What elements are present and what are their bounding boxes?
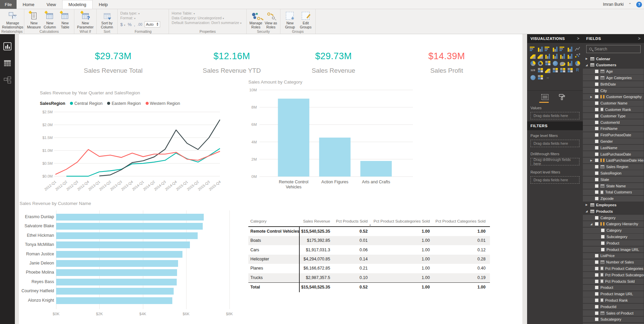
report-view-button[interactable]	[3, 42, 11, 50]
field-checkbox[interactable]	[595, 273, 598, 277]
data-bar[interactable]	[56, 214, 204, 221]
card-icon[interactable]: 123	[530, 67, 536, 73]
field-item-customers[interactable]: ◢Customers	[583, 62, 644, 68]
sort-by-column-button[interactable]: Sort by Column	[99, 10, 115, 29]
table-cell[interactable]: 0.52	[337, 229, 368, 234]
table-cell[interactable]: $175,392.85	[299, 238, 330, 243]
kpi-card-sales-profit[interactable]: $14.39MSales Profit	[393, 51, 501, 74]
filled-map-icon[interactable]	[560, 60, 566, 66]
field-item-product[interactable]: Product	[583, 285, 644, 291]
field-item-customer-rank[interactable]: Customer Rank	[583, 107, 644, 112]
percent-format-button[interactable]: %	[128, 22, 132, 27]
fields-well-tab[interactable]	[540, 93, 550, 101]
clustered-bar-chart-icon[interactable]	[545, 46, 551, 52]
column-header[interactable]: Pct Product Subcategories Sold	[369, 219, 430, 224]
table-cell[interactable]: 0.40	[452, 266, 486, 271]
r-script-icon[interactable]: R	[574, 67, 580, 73]
tab-view[interactable]: View	[41, 0, 62, 9]
field-item-productid[interactable]: ProductId	[583, 304, 644, 309]
table-cell[interactable]: $1,917,031.3	[299, 248, 330, 252]
field-item-birthdate[interactable]: BirthDate	[583, 81, 644, 87]
column-header[interactable]: Sales Revenue	[299, 219, 330, 224]
area-chart-icon[interactable]	[530, 53, 536, 59]
help-icon[interactable]: ?	[636, 2, 642, 7]
model-view-button[interactable]	[3, 76, 11, 84]
table-cell[interactable]: Remote Control Vehicles	[250, 229, 298, 234]
field-checkbox[interactable]	[601, 241, 604, 245]
table-cell[interactable]: 1.00	[396, 248, 430, 252]
table-cell[interactable]: 1.00	[452, 229, 486, 234]
expander-icon[interactable]: ▶	[586, 57, 589, 60]
field-checkbox[interactable]	[595, 159, 598, 162]
waterfall-chart-icon[interactable]	[567, 53, 573, 59]
new-measure-button[interactable]: New Measure	[26, 10, 42, 29]
report-canvas[interactable]: $29.73MSales Revenue Total$12.16MSales R…	[19, 34, 522, 324]
field-checkbox[interactable]	[595, 311, 598, 315]
collapse-ribbon-icon[interactable]: ⌃	[628, 2, 631, 7]
page-level-filters-dropzone[interactable]: Drag data fields here	[530, 140, 579, 147]
tab-file[interactable]: File	[0, 0, 17, 9]
field-checkbox[interactable]	[595, 89, 598, 92]
collapse-fields-icon[interactable]: >	[638, 36, 641, 41]
table-cell[interactable]: 0.21	[337, 266, 368, 271]
field-item-category[interactable]: Category	[583, 228, 644, 233]
field-item-category-hierarchy[interactable]: ◢Category Hierarchy	[583, 221, 644, 227]
new-parameter-button[interactable]: ? New Parameter	[76, 10, 94, 29]
format-well-tab[interactable]	[557, 93, 567, 101]
line-chart-visual[interactable]: Sales Revenue by Year Quarter and SalesR…	[36, 88, 227, 202]
decimals-format-button[interactable]: .00	[138, 23, 142, 26]
table-cell[interactable]: 0.01	[337, 238, 368, 243]
field-checkbox[interactable]	[595, 267, 598, 270]
stacked-bar-chart-icon[interactable]	[530, 46, 536, 52]
matrix-icon[interactable]	[567, 67, 573, 73]
table-cell[interactable]: Cars	[250, 248, 298, 252]
new-table-button[interactable]: New Table	[58, 10, 72, 29]
manage-relationships-button[interactable]: Manage Relationships	[2, 10, 23, 29]
field-checkbox[interactable]	[601, 229, 604, 232]
kpi-card-sales-revenue-total[interactable]: $29.73MSales Revenue Total	[59, 51, 167, 74]
field-checkbox[interactable]	[595, 127, 598, 130]
ribbon-chart-icon[interactable]	[560, 53, 566, 59]
table-cell[interactable]: $6,166,672.85	[299, 266, 330, 271]
field-item-product-image-url[interactable]: Product Image URL	[583, 247, 644, 252]
expander-icon[interactable]: ▶	[586, 203, 589, 206]
field-checkbox[interactable]	[595, 101, 598, 105]
expander-icon[interactable]: ▶	[590, 159, 594, 162]
field-checkbox[interactable]	[595, 280, 598, 283]
field-checkbox[interactable]	[595, 292, 598, 296]
data-type-dropdown[interactable]: Data type: ▾	[120, 11, 167, 15]
table-cell[interactable]: 1.00	[396, 229, 430, 234]
collapse-visualizations-icon[interactable]: >	[577, 36, 579, 41]
field-item-employees[interactable]: ▶Employees	[583, 202, 644, 208]
stacked-area-chart-icon[interactable]	[537, 53, 543, 59]
column-header[interactable]: Pct Products Sold	[330, 219, 368, 224]
data-bar[interactable]	[56, 251, 182, 258]
field-checkbox[interactable]	[595, 197, 598, 200]
field-checkbox[interactable]	[595, 222, 598, 226]
data-bar[interactable]	[56, 279, 177, 285]
field-item-unitcost[interactable]: UnitCost	[583, 323, 644, 324]
field-item-total-customers[interactable]: Total Customers	[583, 189, 644, 195]
values-dropzone[interactable]: Drag data fields here	[530, 112, 579, 119]
donut-chart-icon[interactable]	[537, 60, 543, 66]
field-checkbox[interactable]	[595, 165, 598, 168]
data-view-button[interactable]	[3, 59, 11, 67]
field-checkbox[interactable]	[595, 184, 598, 188]
field-checkbox[interactable]	[595, 178, 598, 181]
legend-item[interactable]: Western Region	[146, 101, 180, 106]
kpi-card-sales-revenue-ytd[interactable]: $12.16MSales Revenue YTD	[178, 51, 286, 74]
expander-icon[interactable]: ◢	[586, 64, 589, 67]
table-cell[interactable]: 0.06	[337, 248, 368, 252]
table-cell[interactable]: 1.00	[396, 266, 430, 271]
legend-item[interactable]: Central Region	[70, 101, 102, 106]
field-item-subcategory[interactable]: Subcategory	[583, 317, 644, 322]
field-checkbox[interactable]	[595, 133, 598, 137]
field-checkbox[interactable]	[601, 235, 604, 238]
line-chart-plot[interactable]: $0.0M$0.5M$1.0M$1.5M$2.0M$2.5M2012-Q1201…	[36, 109, 225, 200]
column-chart-visual[interactable]: Sales Amount by Category0M2M4M6M8M10MRem…	[241, 78, 431, 195]
data-bar[interactable]	[56, 297, 172, 304]
column-header[interactable]: Category	[250, 219, 298, 224]
data-bar[interactable]	[56, 223, 203, 230]
field-item-product-rank[interactable]: Product Rank	[583, 297, 644, 303]
tab-modeling[interactable]: Modeling	[62, 0, 93, 9]
